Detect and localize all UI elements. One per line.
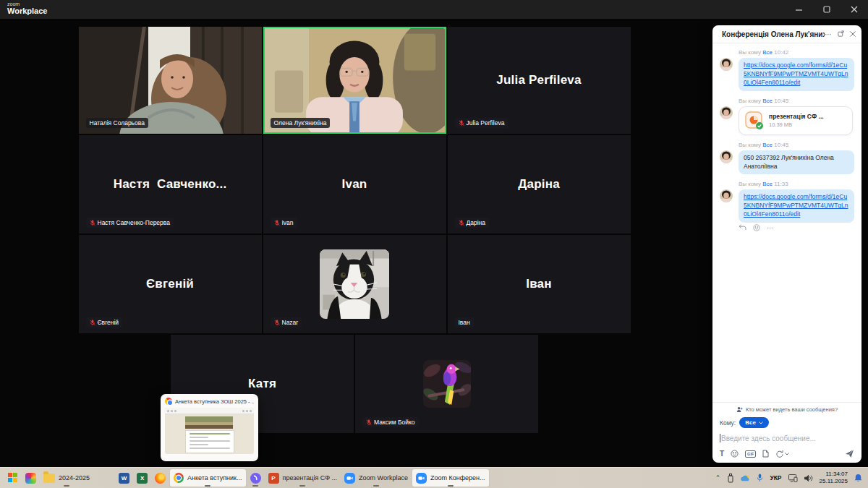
microphone-tray-icon[interactable] — [757, 474, 763, 482]
explorer-folder-button[interactable]: 2024-2025 — [40, 469, 93, 487]
chrome-window-button[interactable]: Анкета вступник... — [169, 468, 246, 487]
weather-icon[interactable] — [741, 474, 750, 482]
participant-name: Іван — [459, 319, 470, 326]
message-more-icon[interactable]: ⋯ — [767, 224, 773, 233]
participant-tile-natalia[interactable]: Наталія Соларьова — [79, 27, 262, 134]
chat-more-icon[interactable]: ⋯ — [825, 30, 832, 38]
meta-target[interactable]: Все — [762, 181, 773, 187]
word-button[interactable]: W — [115, 469, 133, 487]
zoom-workplace-button[interactable]: Zoom Workplace — [341, 469, 412, 487]
privacy-note[interactable]: Кто может видеть ваши сообщения? — [746, 406, 838, 413]
firefox-button[interactable] — [151, 469, 169, 487]
message-meta: Вы кому Все 11:33 — [739, 181, 854, 187]
message-meta: Вы кому Все 10:45 — [739, 98, 854, 104]
powerpoint-icon: P — [268, 473, 279, 484]
powerpoint-window-button[interactable]: P презентація СФ ... — [265, 469, 341, 487]
windows-taskbar: 2024-2025 W X Анкета вступник... P презе… — [0, 467, 868, 488]
clock-date: 25.11.2025 — [820, 478, 848, 485]
chat-message: Вы кому Все 11:33 https://docs.google.co… — [720, 181, 854, 223]
cast-screen-icon[interactable] — [788, 474, 798, 482]
meta-to: кому — [748, 142, 761, 148]
chrome-icon — [174, 473, 184, 483]
participant-tile-nazar[interactable]: Nazar — [263, 235, 446, 333]
chat-message: Вы кому Все 10:42 https://docs.google.co… — [720, 49, 854, 91]
attach-file-icon[interactable] — [762, 450, 769, 458]
minimize-button[interactable] — [786, 0, 813, 19]
muted-mic-icon — [274, 320, 280, 326]
message-input[interactable]: Введите здесь сообщение... — [720, 432, 854, 445]
meta-target[interactable]: Все — [762, 49, 773, 56]
chat-messages: Вы кому Все 10:42 https://docs.google.co… — [712, 43, 861, 402]
viber-button[interactable] — [247, 469, 265, 487]
send-to-dropdown[interactable]: Все — [739, 417, 769, 428]
participant-name: Julia Perfileva — [467, 119, 505, 127]
participant-tile-olena-active-speaker[interactable]: Олена Лук'янихіна — [263, 27, 446, 134]
participant-tile-nastia[interactable]: Настя Савченко... Настя Савченко-Перерва — [79, 135, 262, 234]
file-size: 10.39 MB — [769, 121, 824, 128]
message-time: 10:42 — [774, 49, 788, 56]
zoom-meeting-window-button[interactable]: Zoom Конферен... — [412, 468, 490, 487]
chrome-icon — [165, 398, 172, 405]
message-time: 11:33 — [774, 181, 788, 187]
file-attachment-card[interactable]: презентація СФ ... 10.39 MB — [739, 106, 853, 135]
muted-mic-icon — [90, 320, 95, 326]
form-card — [185, 430, 234, 453]
input-placeholder: Введите здесь сообщение... — [721, 435, 816, 442]
message-time: 10:45 — [774, 98, 788, 104]
chat-close-icon[interactable] — [850, 30, 856, 38]
excel-button[interactable]: X — [133, 469, 151, 487]
message-time: 10:45 — [774, 142, 788, 148]
start-button[interactable] — [4, 469, 22, 487]
screen-capture-icon[interactable] — [775, 450, 789, 458]
speaker-icon[interactable] — [804, 474, 813, 482]
name-tag: Nazar — [271, 317, 302, 328]
format-text-icon[interactable]: T — [720, 450, 724, 458]
zoom-icon — [344, 473, 355, 484]
chrome-window-preview[interactable]: Анкета вступника ЗОШ 2025 - ... — [161, 394, 258, 461]
chrome-window-label: Анкета вступник... — [187, 474, 242, 481]
usb-device-icon[interactable] — [727, 474, 734, 483]
participant-tile-ivan-ua[interactable]: Іван Іван — [448, 235, 631, 333]
muted-mic-icon — [274, 220, 280, 226]
participant-tile-ivan-en[interactable]: Ivan Ivan — [263, 135, 446, 234]
message-bubble: https://docs.google.com/forms/d/1eCu5KNB… — [739, 189, 854, 223]
participant-name: Олена Лук'янихіна — [274, 119, 327, 127]
maximize-button[interactable] — [813, 0, 841, 19]
meta-you: Вы — [739, 181, 746, 187]
reply-icon[interactable] — [739, 224, 746, 233]
olena-video — [265, 28, 445, 132]
emoji-reaction-icon[interactable] — [753, 224, 760, 233]
message-link[interactable]: https://docs.google.com/forms/d/1eCu5KNB… — [744, 193, 848, 218]
close-button[interactable] — [841, 0, 868, 19]
muted-mic-icon — [459, 120, 464, 127]
message-link[interactable]: https://docs.google.com/forms/d/1eCu5KNB… — [744, 61, 848, 86]
participant-tile-maksym[interactable]: Максим Бойко — [355, 335, 538, 433]
language-indicator[interactable]: УКР — [770, 474, 781, 481]
pop-out-icon[interactable] — [838, 30, 844, 38]
app-titlebar: zoom Workplace — [0, 0, 868, 19]
name-tag: Настя Савченко-Перерва — [86, 218, 174, 228]
meta-target[interactable]: Все — [762, 98, 773, 104]
taskbar-clock[interactable]: 11:34:07 25.11.2025 — [820, 471, 848, 485]
participant-tile-julia[interactable]: Julia Perfileva Julia Perfileva — [448, 27, 631, 134]
name-tag: Наталія Соларьова — [86, 118, 148, 128]
notification-bell-icon[interactable] — [854, 474, 862, 482]
emoji-picker-icon[interactable] — [731, 450, 739, 458]
participant-tile-darina[interactable]: Даріна Даріна — [448, 135, 631, 234]
participant-tile-yevhenii[interactable]: Євгеній Євгеній — [79, 235, 262, 333]
preview-title: Анкета вступника ЗОШ 2025 - ... — [175, 398, 254, 405]
tray-expand-icon[interactable]: ⌃ — [715, 474, 721, 481]
file-type-icon — [745, 111, 764, 130]
meta-to: кому — [748, 98, 761, 104]
gif-icon[interactable]: GIF — [745, 450, 756, 458]
clock-time: 11:34:07 — [820, 471, 848, 478]
meta-to: кому — [748, 49, 761, 56]
meta-you: Вы — [739, 142, 746, 148]
colorful-app-button[interactable] — [22, 469, 40, 487]
folder-icon — [43, 474, 55, 483]
meta-target[interactable]: Все — [762, 142, 773, 148]
zoom-icon — [416, 473, 427, 484]
send-button[interactable] — [845, 449, 854, 458]
meta-you: Вы — [739, 49, 746, 56]
participant-name: Ivan — [282, 219, 294, 226]
